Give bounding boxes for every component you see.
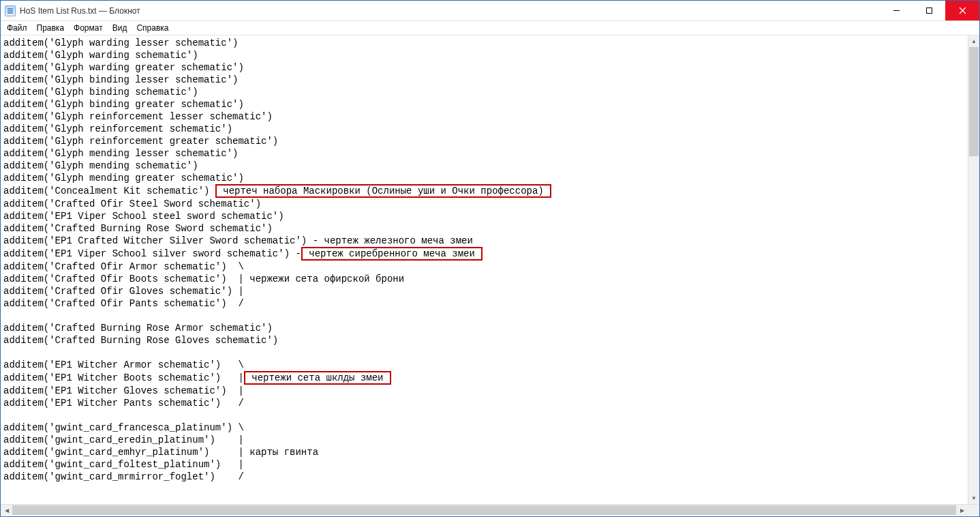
content-wrapper: additem('Glyph warding lesser schematic'…	[1, 35, 979, 504]
text-line: additem('Crafted Burning Rose Gloves sch…	[3, 335, 278, 346]
close-button[interactable]	[945, 1, 979, 20]
text-line: additem('EP1 Witcher Armor schematic') \	[3, 359, 244, 370]
text-line: additem('Crafted Burning Rose Armor sche…	[3, 323, 273, 334]
text-line: additem('Crafted Ofir Boots schematic') …	[3, 274, 404, 284]
annotation-highlight: чертеж сиребренного меча змеи	[301, 247, 483, 261]
text-line: additem('Crafted Ofir Pants schematic') …	[3, 298, 244, 309]
text-line: additem('Glyph warding schematic')	[3, 50, 198, 61]
text-line: additem('Crafted Ofir Gloves schematic')…	[3, 286, 244, 297]
text-line: additem('EP1 Viper School steel sword sc…	[3, 211, 284, 222]
menu-file[interactable]: Файл	[2, 22, 32, 34]
text-line: additem('gwint_card_francesca_platinum')…	[3, 422, 244, 433]
text-line: additem('Glyph mending schematic')	[3, 160, 198, 171]
text-line: additem('Glyph binding greater schematic…	[3, 99, 244, 110]
text-line: additem('gwint_card_emhyr_platinum') | к…	[3, 447, 318, 458]
annotation-highlight: чертеч набора Маскировки (Ослиные уши и …	[215, 184, 551, 198]
text-line: additem('gwint_card_foltest_platinum') |	[3, 459, 244, 470]
text-line: additem('Glyph binding lesser schematic'…	[3, 74, 238, 85]
scroll-up-button[interactable]: ▲	[968, 35, 979, 47]
text-line: additem('Crafted Burning Rose Sword sche…	[3, 223, 273, 234]
scroll-down-button[interactable]: ▼	[968, 492, 979, 504]
svg-rect-1	[926, 8, 932, 14]
annotation-highlight: чертежи сета шклды змеи	[244, 371, 391, 385]
text-line: additem('Glyph reinforcement lesser sche…	[3, 111, 273, 122]
text-line: additem('Glyph warding lesser schematic'…	[3, 38, 238, 48]
scroll-corner	[968, 505, 979, 516]
titlebar: HoS Item List Rus.txt — Блокнот	[1, 1, 979, 21]
text-line: additem('Concealment Kit schematic')	[3, 186, 215, 196]
text-line: additem('EP1 Witcher Gloves schematic') …	[3, 385, 244, 396]
text-line: additem('EP1 Witcher Pants schematic') /	[3, 398, 244, 409]
text-line: additem('EP1 Viper School silver sword s…	[3, 248, 301, 259]
text-line: additem('Crafted Ofir Armor schematic') …	[3, 261, 244, 272]
horizontal-scroll-track[interactable]	[12, 505, 956, 516]
horizontal-scroll-thumb[interactable]	[12, 505, 956, 515]
text-line: additem('Glyph warding greater schematic…	[3, 62, 244, 73]
text-line: additem('EP1 Crafted Witcher Silver Swor…	[3, 235, 473, 246]
text-line: additem('Glyph reinforcement schematic')	[3, 123, 232, 134]
window-title: HoS Item List Rus.txt — Блокнот	[20, 6, 880, 16]
text-line: additem('Crafted Ofir Steel Sword schema…	[3, 198, 261, 209]
maximize-button[interactable]	[913, 1, 945, 20]
menu-edit[interactable]: Правка	[32, 22, 70, 34]
text-line: additem('gwint_card_eredin_platinum') |	[3, 434, 244, 445]
text-line: additem('EP1 Witcher Boots schematic') |	[3, 372, 244, 383]
vertical-scrollbar[interactable]: ▲ ▼	[968, 35, 979, 504]
menu-format[interactable]: Формат	[69, 22, 108, 34]
scroll-right-button[interactable]: ▶	[956, 505, 968, 516]
text-line: additem('gwint_card_mrmirror_foglet') /	[3, 471, 244, 482]
text-editor[interactable]: additem('Glyph warding lesser schematic'…	[1, 35, 979, 504]
minimize-button[interactable]	[880, 1, 913, 20]
menu-help[interactable]: Справка	[132, 22, 173, 34]
scroll-left-button[interactable]: ◀	[1, 505, 12, 516]
window-controls	[880, 1, 979, 20]
text-line: additem('Glyph mending lesser schematic'…	[3, 148, 238, 159]
text-line: additem('Glyph binding schematic')	[3, 87, 198, 98]
text-line: additem('Glyph mending greater schematic…	[3, 173, 244, 183]
text-line: additem('Glyph reinforcement greater sch…	[3, 136, 278, 147]
horizontal-scrollbar[interactable]: ◀ ▶	[1, 504, 979, 516]
menubar: Файл Правка Формат Вид Справка	[1, 21, 979, 35]
notepad-icon	[5, 5, 16, 16]
menu-view[interactable]: Вид	[108, 22, 132, 34]
vertical-scroll-thumb[interactable]	[969, 47, 979, 156]
